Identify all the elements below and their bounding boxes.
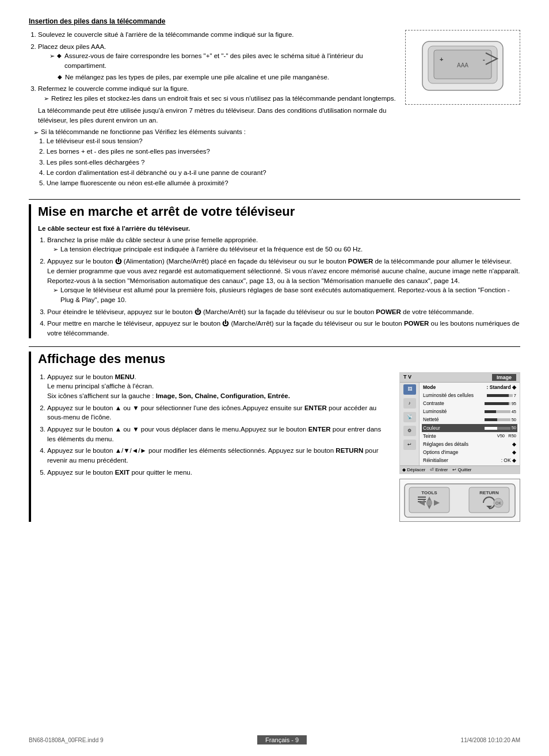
mise-en-marche-block: Mise en marche et arrêt de votre télévis… <box>29 204 520 338</box>
menus-text: Appuyez sur le bouton MENU. Le menu prin… <box>38 372 391 522</box>
battery-step-2: Placez deux piles AAA. ➢ ◆ Assurez-vous … <box>38 42 396 82</box>
tv-menu-titlebar: T V Image <box>400 373 520 383</box>
sidebar-icon-sound: ♪ <box>403 398 416 408</box>
mise-en-marche-intro: Le câble secteur est fixé à l'arrière du… <box>38 225 520 232</box>
arrow-icon-ts: ➢ <box>33 129 39 136</box>
battery-text: Soulevez le couvercle situé à l'arrière … <box>29 30 396 189</box>
mise-step-1-note: ➢ La tension électrique principale est i… <box>53 245 520 254</box>
section-divider-2 <box>29 346 520 347</box>
ts-item-4: 4. Le cordon d'alimentation est-il débra… <box>39 168 396 177</box>
ts-item-1: 1. Le téléviseur est-il sous tension? <box>39 136 396 146</box>
battery-long-note: La télécommande peut être utilisée jusqu… <box>38 106 396 125</box>
bar-luminosite <box>485 410 510 413</box>
bar-nettete <box>485 418 510 421</box>
battery-step-1: Soulevez le couvercle situé à l'arrière … <box>38 30 396 40</box>
bar-contraste <box>485 402 510 405</box>
svg-rect-10 <box>418 499 426 500</box>
mise-step-3: Pour éteindre le téléviseur, appuyez sur… <box>47 307 520 317</box>
mise-en-marche-title: Mise en marche et arrêt de votre télévis… <box>38 204 520 219</box>
menu-row-options-image: Options d'image ◆ <box>422 448 517 456</box>
menus-images: T V Image 🖼 ♪ 📡 ⚙ ↩ <box>399 372 520 522</box>
svg-text:-: - <box>483 56 485 63</box>
sidebar-icon-input: ↩ <box>403 440 416 450</box>
arrow-icon-m2: ➢ <box>53 286 58 295</box>
mise-step-4: Pour mettre en marche le téléviseur, app… <box>47 319 520 338</box>
mise-step-2-note: ➢ Lorsque le téléviseur est allumé pour … <box>53 285 520 304</box>
battery-steps-list: Soulevez le couvercle situé à l'arrière … <box>29 30 396 104</box>
mise-en-marche-steps: Branchez la prise mâle du câble secteur … <box>38 235 520 338</box>
arrow-icon-3: ➢ <box>44 94 49 104</box>
mise-step-1: Branchez la prise mâle du câble secteur … <box>47 235 520 255</box>
troubleshoot-list: 1. Le téléviseur est-il sous tension? 2.… <box>39 136 396 187</box>
battery-diagram: AAA + - <box>405 30 520 105</box>
menus-steps-list: Appuyez sur le bouton MENU. Le menu prin… <box>38 372 391 478</box>
diamond-icon-1: ◆ <box>57 52 62 60</box>
svg-text:+: + <box>440 56 443 63</box>
ts-item-5: 5. Une lampe fluorescente ou néon est-el… <box>39 178 396 188</box>
tv-menu-screenshot: T V Image 🖼 ♪ 📡 ⚙ ↩ <box>399 372 520 474</box>
menu-row-couleur: Couleur 50 <box>422 424 517 432</box>
menu-row-reinitialiser: Réinitialiser : OK ◆ <box>422 456 517 464</box>
sidebar-icon-channel: 📡 <box>403 412 416 422</box>
svg-text:TOOLS: TOOLS <box>421 490 437 495</box>
svg-rect-9 <box>418 497 426 498</box>
menu-row-luminosite: Luminosité 45 <box>422 408 517 416</box>
menu-row-luminosite-cellules: Luminosité des cellules 7 <box>422 392 517 400</box>
diamond-icon-2: ◆ <box>58 73 62 82</box>
svg-point-16 <box>426 500 432 506</box>
tv-menu-sidebar: 🖼 ♪ 📡 ⚙ ↩ <box>400 383 420 465</box>
menus-step-5: Appuyez sur le bouton EXIT pour quitter … <box>47 468 391 478</box>
bar-couleur <box>485 427 510 430</box>
ts-item-2: 2. Les bornes + et - des piles ne sont-e… <box>39 147 396 156</box>
footer-right: 11/4/2008 10:10:20 AM <box>461 737 520 743</box>
remote-svg: TOOLS <box>403 483 516 518</box>
troubleshoot-section: ➢ Si la télécommande ne fonctionne pas V… <box>29 128 396 187</box>
battery-section: Insertion des piles dans la télécommande… <box>29 17 520 189</box>
battery-content: Soulevez le couvercle situé à l'arrière … <box>29 30 520 189</box>
battery-sub-2: ◆ Ne mélangez pas les types de piles, pa… <box>49 72 396 82</box>
mise-en-marche-section: Mise en marche et arrêt de votre télévis… <box>29 204 520 338</box>
arrow-icon-1: ➢ <box>49 52 55 61</box>
menus-step-4: Appuyez sur le bouton ▲/▼/◄/► pour modif… <box>47 446 391 465</box>
svg-text:OK: OK <box>495 501 501 505</box>
affichage-menus-block: Affichage des menus Appuyez sur le bouto… <box>29 352 520 522</box>
menu-row-teinte: Teinte V50 R50 <box>422 432 517 440</box>
tv-menu-body: 🖼 ♪ 📡 ⚙ ↩ Mode : Standard ◆ <box>400 383 520 465</box>
battery-step-3-note: ➢ Retirez les piles et stockez-les dans … <box>44 94 396 104</box>
battery-section-title: Insertion des piles dans la télécommande <box>29 17 520 25</box>
tv-menu-footer: ◆ Déplacer ⏎ Entrer ↩ Quitter <box>400 465 520 474</box>
tv-label: T V <box>403 374 411 381</box>
bar-luminosite-cellules <box>487 394 513 397</box>
sidebar-icon-image: 🖼 <box>403 384 416 395</box>
menu-row-mode: Mode : Standard ◆ <box>422 384 517 392</box>
menu-row-nettete: Netteté 50 <box>422 416 517 424</box>
battery-step-2-subs: ➢ ◆ Assurez-vous de faire correspondre l… <box>49 51 396 82</box>
svg-text:RETURN: RETURN <box>479 490 499 495</box>
menus-content: Appuyez sur le bouton MENU. Le menu prin… <box>38 372 520 522</box>
mise-step-2: Appuyez sur le bouton ⏻ (Alimentation) (… <box>47 257 520 304</box>
menus-step-2: Appuyez sur le bouton ▲ ou ▼ pour sélect… <box>47 403 391 422</box>
battery-sub-1: ➢ ◆ Assurez-vous de faire correspondre l… <box>49 51 396 70</box>
arrow-icon-m1: ➢ <box>53 245 58 254</box>
ts-item-3: 3. Les piles sont-elles déchargées ? <box>39 158 396 167</box>
menus-step-3: Appuyez sur le bouton ▲ ou ▼ pour vous d… <box>47 425 391 444</box>
tv-menu-main: Mode : Standard ◆ Luminosité des cellule… <box>420 383 520 465</box>
sidebar-icon-config: ⚙ <box>403 426 416 436</box>
section-divider-1 <box>29 199 520 200</box>
footer-left: BN68-01808A_00FRE.indd 9 <box>29 737 104 743</box>
affichage-menus-section: Affichage des menus Appuyez sur le bouto… <box>29 352 520 522</box>
menu-row-reglages-details: Réglages des détails ◆ <box>422 440 517 448</box>
remote-control-image: TOOLS <box>399 479 520 522</box>
troubleshoot-intro: ➢ Si la télécommande ne fonctionne pas V… <box>33 128 396 136</box>
page-number: Français - 9 <box>257 735 307 744</box>
battery-step-3: Refermez le couvercle comme indiqué sur … <box>38 84 396 104</box>
page-footer: BN68-01808A_00FRE.indd 9 Français - 9 11… <box>0 735 549 744</box>
svg-text:AAA: AAA <box>457 62 468 68</box>
page-container: Insertion des piles dans la télécommande… <box>0 0 549 756</box>
menus-step-1: Appuyez sur le bouton MENU. Le menu prin… <box>47 372 391 401</box>
affichage-menus-title: Affichage des menus <box>38 352 520 366</box>
menu-row-contraste: Contraste 95 <box>422 400 517 408</box>
image-tab: Image <box>492 374 516 381</box>
